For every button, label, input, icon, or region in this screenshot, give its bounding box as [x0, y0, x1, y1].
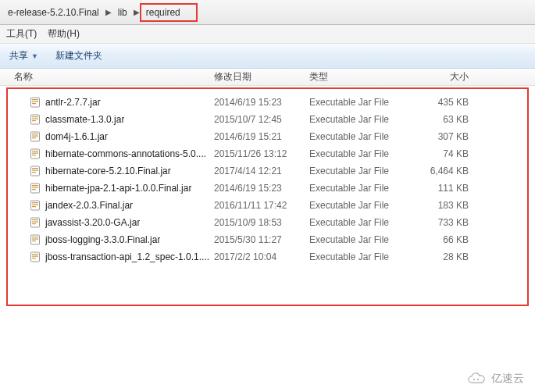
file-type: Executable Jar File	[309, 200, 411, 211]
file-date: 2017/4/14 12:21	[214, 166, 309, 176]
toolbar: 共享 ▼ 新建文件夹	[0, 44, 535, 69]
svg-rect-35	[32, 241, 36, 241]
column-header-type[interactable]: 类型	[309, 70, 411, 84]
jar-file-icon	[30, 97, 41, 108]
svg-rect-15	[32, 155, 36, 155]
file-date: 2016/11/11 17:42	[214, 200, 309, 211]
file-row[interactable]: hibernate-core-5.2.10.Final.jar2017/4/14…	[8, 162, 527, 180]
file-row[interactable]: jboss-logging-3.3.0.Final.jar2015/5/30 1…	[8, 231, 527, 248]
svg-rect-21	[32, 185, 38, 186]
file-name: antlr-2.7.7.jar	[45, 97, 101, 108]
chevron-right-icon: ▶	[104, 8, 113, 16]
svg-rect-8	[31, 132, 40, 141]
file-size: 733 KB	[411, 217, 481, 228]
menu-tools[interactable]: 工具(T)	[6, 27, 37, 41]
watermark-text: 亿速云	[491, 372, 524, 386]
svg-rect-27	[32, 206, 36, 207]
svg-point-41	[477, 379, 479, 380]
svg-rect-37	[32, 254, 38, 255]
svg-rect-31	[32, 223, 36, 224]
svg-rect-25	[32, 202, 38, 203]
breadcrumb-current[interactable]: required	[140, 3, 198, 22]
file-type: Executable Jar File	[309, 251, 411, 262]
breadcrumb-segment[interactable]: e-release-5.2.10.Final	[3, 3, 104, 22]
file-row[interactable]: hibernate-commons-annotations-5.0....201…	[8, 145, 527, 162]
column-headers: 名称 修改日期 类型 大小	[0, 69, 535, 86]
file-name-cell: antlr-2.7.7.jar	[8, 97, 214, 108]
jar-file-icon	[30, 114, 41, 125]
file-size: 66 KB	[411, 234, 481, 245]
file-name: javassist-3.20.0-GA.jar	[45, 217, 140, 228]
column-header-date[interactable]: 修改日期	[214, 70, 309, 84]
breadcrumb-segment[interactable]: lib	[113, 3, 132, 22]
file-row[interactable]: classmate-1.3.0.jar2015/10/7 12:45Execut…	[8, 111, 527, 128]
file-date: 2017/2/2 10:04	[214, 251, 309, 262]
file-name: jboss-transaction-api_1.2_spec-1.0.1....	[45, 251, 209, 262]
file-size: 28 KB	[411, 251, 481, 262]
jar-file-icon	[30, 251, 41, 262]
new-folder-label: 新建文件夹	[55, 49, 102, 62]
file-row[interactable]: antlr-2.7.7.jar2014/6/19 15:23Executable…	[8, 94, 527, 111]
file-row[interactable]: dom4j-1.6.1.jar2014/6/19 15:21Executable…	[8, 128, 527, 145]
jar-file-icon	[30, 148, 41, 159]
new-folder-button[interactable]: 新建文件夹	[55, 49, 102, 62]
jar-file-icon	[30, 166, 41, 176]
column-header-name[interactable]: 名称	[0, 70, 214, 84]
file-size: 6,464 KB	[411, 166, 481, 176]
file-date: 2015/10/9 18:53	[214, 217, 309, 228]
jar-file-icon	[30, 131, 41, 142]
file-name-cell: jboss-logging-3.3.0.Final.jar	[8, 234, 214, 245]
file-name: jandex-2.0.3.Final.jar	[45, 200, 133, 211]
file-row[interactable]: javassist-3.20.0-GA.jar2015/10/9 18:53Ex…	[8, 214, 527, 231]
file-date: 2014/6/19 15:23	[214, 97, 309, 108]
svg-rect-23	[32, 189, 36, 190]
file-type: Executable Jar File	[309, 97, 411, 108]
svg-rect-16	[31, 166, 40, 176]
svg-rect-3	[32, 103, 36, 104]
file-row[interactable]: jboss-transaction-api_1.2_spec-1.0.1....…	[8, 248, 527, 265]
file-size: 74 KB	[411, 148, 481, 159]
file-name: dom4j-1.6.1.jar	[45, 131, 108, 142]
jar-file-icon	[30, 234, 41, 245]
file-size: 63 KB	[411, 114, 481, 125]
svg-rect-12	[31, 149, 40, 159]
svg-rect-4	[31, 115, 40, 124]
file-name: hibernate-commons-annotations-5.0....	[45, 148, 206, 159]
file-type: Executable Jar File	[309, 183, 411, 194]
menu-help[interactable]: 帮助(H)	[48, 27, 80, 41]
file-name-cell: hibernate-commons-annotations-5.0....	[8, 148, 214, 159]
svg-rect-34	[32, 239, 38, 240]
svg-rect-20	[31, 184, 40, 193]
file-name: hibernate-jpa-2.1-api-1.0.0.Final.jar	[45, 183, 191, 194]
file-type: Executable Jar File	[309, 217, 411, 228]
file-row[interactable]: hibernate-jpa-2.1-api-1.0.0.Final.jar201…	[8, 180, 527, 197]
share-button[interactable]: 共享 ▼	[9, 49, 38, 62]
file-name-cell: classmate-1.3.0.jar	[8, 114, 214, 125]
svg-rect-11	[32, 137, 36, 138]
file-type: Executable Jar File	[309, 234, 411, 245]
svg-rect-38	[32, 256, 38, 257]
jar-file-icon	[30, 200, 41, 211]
svg-rect-5	[32, 116, 38, 117]
svg-rect-19	[32, 172, 36, 173]
file-name-cell: javassist-3.20.0-GA.jar	[8, 217, 214, 228]
svg-rect-7	[32, 120, 36, 121]
menu-bar: 工具(T) 帮助(H)	[0, 25, 535, 44]
svg-rect-1	[32, 99, 38, 100]
file-date: 2015/5/30 11:27	[214, 234, 309, 245]
file-row[interactable]: jandex-2.0.3.Final.jar2016/11/11 17:42Ex…	[8, 197, 527, 214]
file-name-cell: jboss-transaction-api_1.2_spec-1.0.1....	[8, 251, 214, 262]
file-name-cell: hibernate-jpa-2.1-api-1.0.0.Final.jar	[8, 183, 214, 194]
file-name-cell: jandex-2.0.3.Final.jar	[8, 200, 214, 211]
svg-rect-14	[32, 153, 38, 154]
svg-rect-9	[32, 134, 38, 134]
svg-rect-36	[31, 252, 40, 262]
svg-point-40	[473, 379, 475, 380]
svg-rect-29	[32, 219, 38, 220]
file-date: 2015/11/26 13:12	[214, 148, 309, 159]
file-name: classmate-1.3.0.jar	[45, 114, 124, 125]
svg-rect-18	[32, 170, 38, 171]
svg-rect-33	[32, 237, 38, 237]
column-header-size[interactable]: 大小	[411, 70, 481, 84]
svg-rect-28	[31, 218, 40, 227]
